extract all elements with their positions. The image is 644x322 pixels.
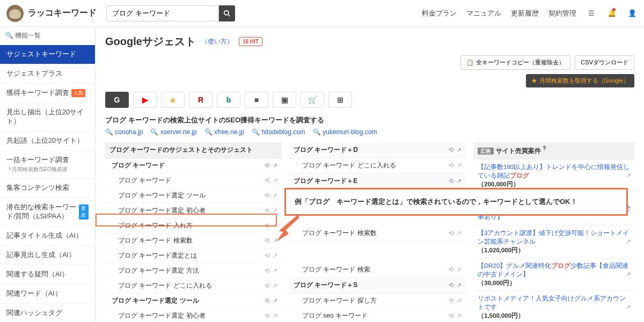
open-icon[interactable]: ↗ [457, 162, 462, 169]
platform-btn-4[interactable]: b [217, 92, 240, 108]
sidebar-item-4[interactable]: 共起語（上位20サイト） [0, 131, 95, 151]
reload-icon[interactable]: ⟲ [265, 222, 269, 229]
reload-icon[interactable]: ⟲ [265, 282, 269, 289]
kw-row[interactable]: ブログ キーワード 検索数⟲↗ [289, 226, 466, 241]
ad-item-2[interactable]: 【3アカウント譲渡】値下げ交渉可能！ショートメイン芸能系チャンネル（1,020,… [473, 225, 634, 258]
kw-row[interactable]: ブログ seo キーワード⟲↗ [289, 309, 466, 322]
sidebar-item-0[interactable]: サジェストキーワード [0, 45, 95, 64]
open-icon[interactable]: ↗ [273, 312, 277, 319]
reload-icon[interactable]: ⟲ [449, 162, 453, 169]
search-input[interactable] [106, 5, 219, 21]
open-icon[interactable]: ↗ [626, 270, 631, 279]
reload-icon[interactable]: ⟲ [265, 267, 269, 274]
usage-link[interactable]: （使い方） [201, 37, 233, 46]
open-icon[interactable]: ↗ [626, 171, 631, 180]
sidebar-item-10[interactable]: 関連する疑問（AI） [0, 265, 95, 284]
domain-link-0[interactable]: 🔍 conoha.jp [105, 128, 143, 136]
ad-item-3[interactable]: 【DR20】グルメ関連特化ブログ少数記事【食品関連の中古ドメイン】（30,000… [473, 258, 634, 291]
user-icon[interactable]: 👤 [627, 8, 638, 19]
domain-link-2[interactable]: 🔍 xfree.ne.jp [204, 128, 244, 136]
sidebar-item-5[interactable]: 一括キーワード調査┗月間検索数/SEO難易度 [0, 151, 95, 179]
search-button[interactable] [219, 5, 235, 21]
platform-btn-2[interactable]: a [161, 92, 185, 108]
kw-row[interactable]: ブログ キーワード 検索数⟲↗ [105, 233, 282, 248]
sidebar-item-7[interactable]: 潜在的な検索キーワード/質問（LSI/PAA）更新 [0, 198, 95, 226]
sidebar-item-2[interactable]: 獲得キーワード調査人気 [0, 84, 95, 103]
reload-icon[interactable]: ⟲ [265, 207, 269, 214]
kw-row[interactable]: ブログ キーワード選定 初心者⟲↗ [105, 309, 282, 322]
platform-btn-8[interactable]: ⊞ [328, 92, 352, 108]
logo[interactable]: ラッコキーワード [6, 5, 97, 22]
kw-row[interactable]: ブログ キーワード選定 ツール⟲↗ [105, 188, 282, 203]
sidebar-item-6[interactable]: 集客コンテンツ検索 [0, 179, 95, 198]
nav-changelog[interactable]: 更新履歴 [511, 9, 539, 18]
reload-icon[interactable]: ⟲ [265, 237, 269, 244]
kw-parent[interactable]: ブログ キーワード選定 ツール⟲↗ [105, 294, 282, 309]
nav-manual[interactable]: マニュアル [466, 9, 501, 18]
ad-item-4[interactable]: リポストメディア！人気女子向けグルメ系アカウントです（1,500,000円）↗ [473, 291, 634, 322]
open-icon[interactable]: ↗ [457, 147, 462, 153]
kw-row[interactable]: ブログ キーワード 探し方⟲↗ [289, 294, 466, 309]
reload-icon[interactable]: ⟲ [265, 252, 269, 259]
open-icon[interactable]: ↗ [626, 237, 631, 246]
kw-row[interactable]: ブログ キーワード 検索⟲↗ [289, 262, 466, 277]
reload-icon[interactable]: ⟲ [449, 230, 453, 237]
reload-icon[interactable]: ⟲ [449, 297, 453, 304]
open-icon[interactable]: ↗ [273, 282, 277, 289]
reload-icon[interactable]: ⟲ [449, 312, 453, 319]
nav-contract[interactable]: 契約管理 [548, 9, 576, 18]
open-icon[interactable]: ↗ [457, 178, 462, 185]
sidebar-item-3[interactable]: 見出し抽出（上位20サイト） [0, 103, 95, 131]
kw-row[interactable]: ブログ キーワード選定とは⟲↗ [105, 248, 282, 264]
kw-row[interactable]: ブログ キーワード どこに入れる⟲↗ [105, 279, 282, 294]
open-icon[interactable]: ↗ [457, 312, 462, 319]
sidebar-item-1[interactable]: サジェストプラス [0, 64, 95, 84]
open-icon[interactable]: ↗ [273, 267, 277, 274]
reload-icon[interactable]: ⟲ [449, 178, 453, 185]
platform-btn-6[interactable]: ▣ [273, 92, 296, 108]
copy-all-button[interactable]: 📋 全キーワードコピー（重複除去） [460, 55, 570, 70]
reload-icon[interactable]: ⟲ [265, 162, 269, 169]
platform-btn-7[interactable]: 🛒 [301, 92, 324, 108]
reload-icon[interactable]: ⟲ [265, 312, 269, 319]
open-icon[interactable]: ↗ [626, 303, 631, 311]
domain-link-1[interactable]: 🔍 xserver.ne.jp [150, 128, 196, 136]
kw-row[interactable]: ブログ キーワード⟲↗ [105, 173, 282, 188]
open-icon[interactable]: ↗ [273, 192, 277, 199]
platform-btn-5[interactable]: ■ [245, 92, 268, 108]
open-icon[interactable]: ↗ [273, 252, 277, 259]
open-icon[interactable]: ↗ [273, 162, 277, 169]
kw-row[interactable]: ブログ キーワード どこに入れる⟲↗ [289, 158, 466, 173]
kw-row[interactable]: ブログ キーワード選定 初心者⟲↗ [105, 203, 282, 218]
sidebar-item-9[interactable]: 記事見出し生成（AI） [0, 246, 95, 265]
open-icon[interactable]: ↗ [457, 266, 462, 273]
reload-icon[interactable]: ⟲ [449, 147, 453, 153]
open-icon[interactable]: ↗ [457, 230, 462, 237]
csv-button[interactable]: CSVダウンロード [575, 55, 634, 70]
reload-icon[interactable]: ⟲ [265, 297, 269, 304]
sidebar-item-12[interactable]: 関連ハッシュタグ [0, 304, 95, 322]
domain-link-4[interactable]: 🔍 yukemuri-blog.com [313, 128, 377, 136]
domain-link-3[interactable]: 🔍 hitodeblog.com [252, 128, 305, 136]
bell-icon[interactable]: 🔔 [606, 8, 617, 19]
platform-btn-0[interactable]: G [105, 92, 129, 108]
reload-icon[interactable]: ⟲ [265, 192, 269, 199]
reload-icon[interactable]: ⟲ [449, 266, 453, 273]
open-icon[interactable]: ↗ [457, 297, 462, 304]
kw-parent[interactable]: ブログ キーワード⟲↗ [105, 158, 282, 173]
sidebar-item-8[interactable]: 記事タイトル生成（AI） [0, 226, 95, 246]
menu-icon[interactable]: ☰ [586, 8, 597, 19]
open-icon[interactable]: ↗ [273, 297, 277, 304]
kw-row[interactable]: ブログ キーワード選定 方法⟲↗ [105, 264, 282, 279]
sidebar-item-11[interactable]: 関連ワード（AI） [0, 284, 95, 304]
reload-icon[interactable]: ⟲ [265, 177, 269, 184]
get-volume-button[interactable]: ★ 月間検索数を取得する（Google） [526, 74, 634, 87]
open-icon[interactable]: ↗ [273, 177, 277, 184]
suggest-column: ブログ キーワードのサジェストとそのサジェスト ブログ キーワード⟲↗ブログ キ… [105, 142, 282, 322]
platform-btn-1[interactable]: ▶ [133, 92, 157, 108]
open-icon[interactable]: ↗ [457, 282, 462, 289]
kw-row[interactable]: ブログ キーワード 入れ方⟲↗ [105, 218, 282, 233]
platform-btn-3[interactable]: R [189, 92, 213, 108]
nav-pricing[interactable]: 料金プラン [422, 9, 457, 18]
reload-icon[interactable]: ⟲ [449, 282, 453, 289]
